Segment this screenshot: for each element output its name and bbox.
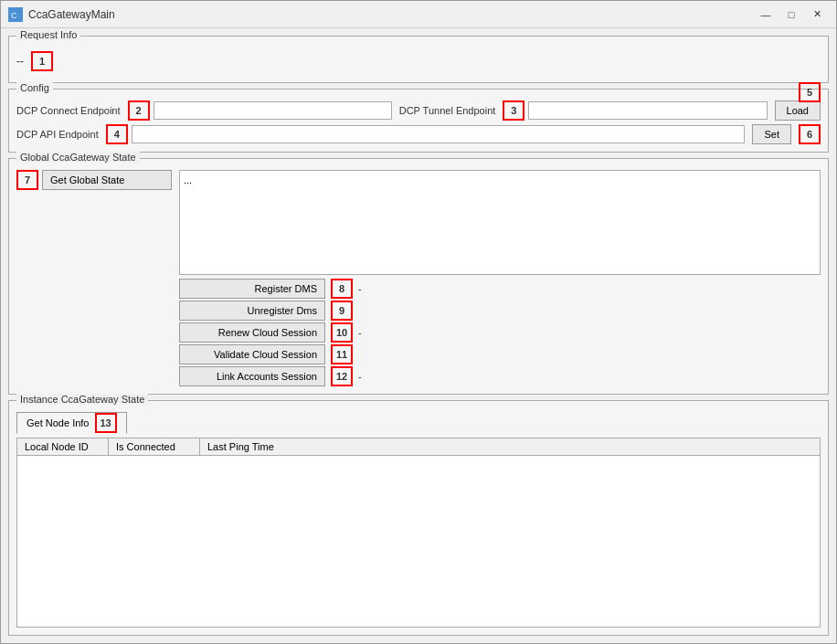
register-status: - [358, 283, 376, 294]
unregister-row: Unregister Dms 9 [179, 301, 821, 321]
instance-state-label: Instance CcaGateway State [16, 394, 148, 405]
config-num4: 4 [106, 124, 128, 144]
window-controls: — □ ✕ [754, 5, 829, 24]
renew-status: - [358, 327, 376, 338]
config-label: Config [16, 82, 53, 93]
dcp-api-label: DCP API Endpoint [16, 129, 99, 140]
register-dms-button[interactable]: Register DMS [179, 279, 325, 299]
global-num7: 7 [16, 170, 38, 190]
instance-content: Get Node Info 13 Local Node ID Is Connec… [16, 412, 821, 628]
svg-text:C: C [11, 11, 17, 20]
unregister-dms-button[interactable]: Unregister Dms [179, 301, 325, 321]
instance-tabs: Get Node Info 13 [16, 412, 821, 434]
request-info-group: Request Info -- 1 [8, 36, 829, 83]
load-button[interactable]: Load [775, 100, 821, 121]
link-accounts-session-button[interactable]: Link Accounts Session [179, 366, 325, 386]
get-global-state-button[interactable]: Get Global State [42, 170, 172, 190]
link-row: Link Accounts Session 12 - [179, 366, 821, 386]
request-info-label: Request Info [16, 29, 80, 40]
request-info-row: -- 1 [16, 48, 821, 75]
config-num5: 5 [799, 82, 821, 102]
config-group: Config 5 DCP Connect Endpoint 2 DCP Tunn… [8, 89, 829, 153]
global-right: ... Register DMS 8 - Unregister Dms 9 [179, 170, 821, 386]
validate-cloud-session-button[interactable]: Validate Cloud Session [179, 344, 325, 364]
set-button[interactable]: Set [752, 124, 791, 144]
get-node-info-tab[interactable]: Get Node Info 13 [16, 412, 127, 434]
global-num10: 10 [331, 322, 353, 343]
col-last-ping-time: Last Ping Time [200, 438, 291, 455]
request-dash: -- [16, 55, 24, 68]
col-is-connected: Is Connected [109, 438, 200, 455]
request-num1: 1 [31, 51, 53, 71]
state-actions: Register DMS 8 - Unregister Dms 9 Ren [179, 279, 821, 386]
global-num8: 8 [331, 279, 353, 299]
config-row1: DCP Connect Endpoint 2 DCP Tunnel Endpoi… [16, 100, 821, 121]
titlebar: C CcaGatewayMain — □ ✕ [1, 1, 836, 28]
main-window: C CcaGatewayMain — □ ✕ Request Info -- 1… [0, 0, 837, 644]
app-icon: C [8, 7, 23, 22]
close-button[interactable]: ✕ [805, 5, 829, 24]
dcp-tunnel-input-group: 3 [503, 100, 767, 121]
renew-row: Renew Cloud Session 10 - [179, 322, 821, 343]
dcp-connect-input-group: 2 [128, 100, 392, 121]
link-status: - [358, 371, 376, 382]
global-num12: 12 [331, 366, 353, 386]
minimize-button[interactable]: — [754, 5, 778, 24]
global-num11: 11 [331, 344, 353, 364]
global-state-output: ... [179, 170, 821, 275]
renew-cloud-session-button[interactable]: Renew Cloud Session [179, 322, 325, 343]
global-num9: 9 [331, 301, 353, 321]
dcp-connect-label: DCP Connect Endpoint [16, 105, 121, 116]
dcp-tunnel-input[interactable] [528, 101, 767, 120]
global-state-group: Global CcaGateway State 7 Get Global Sta… [8, 158, 829, 395]
global-left: 7 Get Global State [16, 170, 172, 386]
dcp-api-input-group: 4 [106, 124, 746, 144]
table-header: Local Node ID Is Connected Last Ping Tim… [17, 438, 820, 456]
table-body [17, 456, 820, 529]
global-state-label: Global CcaGateway State [16, 152, 140, 163]
config-num2: 2 [128, 100, 150, 121]
instance-state-group: Instance CcaGateway State Get Node Info … [8, 400, 829, 637]
window-title: CcaGatewayMain [28, 8, 754, 21]
config-row2: DCP API Endpoint 4 Set 6 [16, 124, 821, 144]
dcp-connect-input[interactable] [154, 101, 392, 120]
maximize-button[interactable]: □ [779, 5, 803, 24]
dcp-tunnel-label: DCP Tunnel Endpoint [399, 105, 496, 116]
global-state-content: 7 Get Global State ... Register DMS 8 - [16, 170, 821, 386]
config-inner: DCP Connect Endpoint 2 DCP Tunnel Endpoi… [16, 100, 821, 144]
main-content: Request Info -- 1 Config 5 DCP Connect E… [1, 28, 836, 643]
config-num3: 3 [503, 100, 524, 121]
col-local-node-id: Local Node ID [17, 438, 109, 455]
register-row: Register DMS 8 - [179, 279, 821, 299]
config-num6: 6 [799, 124, 821, 144]
instance-num13: 13 [95, 413, 117, 433]
instance-table: Local Node ID Is Connected Last Ping Tim… [16, 438, 821, 628]
validate-row: Validate Cloud Session 11 [179, 344, 821, 364]
dcp-api-input[interactable] [132, 125, 746, 143]
